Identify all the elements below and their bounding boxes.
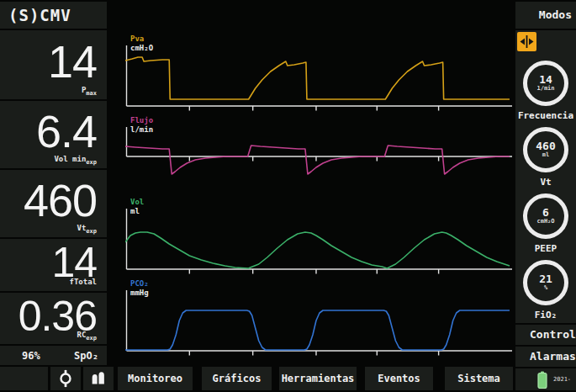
patient-button[interactable] [50,367,81,390]
spo2-label: SpO₂ [74,350,98,362]
metric-volmin-label: Vol minexp [54,155,97,166]
knob-frecuencia[interactable]: 14 1/min Frecuencia [515,61,576,121]
battery-icon [537,371,547,389]
knob-vt-label: Vt [515,177,576,188]
knob-vt-value: 460 [536,140,555,151]
co2-trace-label: PCO₂ [130,279,149,288]
metric-rcexp[interactable]: 0.36 RCexp [0,293,107,344]
patient-icon [56,368,75,389]
tab-eventos[interactable]: Eventos [365,367,433,390]
chart-flow: Flujo l/min [108,114,514,195]
setting-knobs: 14 1/min Frecuencia 460 ml Vt 6 cmH₂O PE… [515,30,576,323]
panel-collapse-button[interactable] [517,32,536,51]
knob-frecuencia-label: Frecuencia [515,110,576,121]
battery-status: 2021- [515,368,576,390]
monitoring-panel: (S)CMV 14 Pmax 6.4 Vol minexp 460 Vtexp … [0,2,107,365]
spo2-value: 96% [22,350,40,362]
metric-ftotal-label: fTotal [69,278,97,289]
knob-frecuencia-value: 14 [539,74,552,85]
battery-timestamp: 2021- [553,376,571,383]
tab-sistema[interactable]: Sistema [445,367,513,390]
volume-trace-label: Vol [130,198,144,206]
bottom-bar-spacer [0,367,48,390]
knob-fio2-ring: 21 % [523,260,568,305]
pressure-waveform [125,44,514,113]
settings-panel: Modos 14 1/min Frecuencia 460 ml Vt 6 [515,2,576,390]
knob-fio2-value: 21 [539,273,552,284]
spo2-tile[interactable]: 96% SpO₂ [0,346,107,365]
flow-trace-label: Flujo [130,116,153,124]
metric-vtexp[interactable]: 460 Vtexp [0,170,107,237]
metric-vtexp-value: 460 [24,174,97,226]
metric-volmin-value: 6.4 [36,105,97,157]
ventilator-screen: (S)CMV 14 Pmax 6.4 Vol minexp 460 Vtexp … [0,0,576,392]
metric-volmin[interactable]: 6.4 Vol minexp [0,101,107,168]
ventilation-mode[interactable]: (S)CMV [0,2,107,29]
metric-vtexp-label: Vtexp [77,224,98,235]
knob-peep-ring: 6 cmH₂O [523,193,568,239]
waveform-area: Pva cmH₂O Flujo l/min Vol ml PCO₂ mmHg [108,0,514,363]
pressure-trace-label: Pva [130,34,144,43]
knob-fio2-unit: % [544,284,547,292]
knob-vt[interactable]: 460 ml Vt [515,127,576,188]
metric-ftotal[interactable]: 14 fTotal [0,239,107,291]
tab-herramientas[interactable]: Herramientas [279,367,357,390]
tab-graficos[interactable]: Gráficos [202,367,272,390]
co2-waveform [125,289,514,358]
panel-collapse-icon [517,32,536,51]
metric-rcexp-label: RCexp [77,331,98,342]
alarms-button[interactable]: Alarmas [515,347,576,367]
volume-waveform [125,207,514,276]
chart-pressure: Pva cmH₂O [108,32,514,114]
knob-vt-ring: 460 ml [523,127,568,172]
lungs-button[interactable] [83,367,114,390]
chart-volume: Vol ml [108,195,514,277]
knob-frecuencia-unit: 1/min [536,85,554,93]
knob-frecuencia-ring: 14 1/min [523,61,568,106]
metric-pmax-label: Pmax [82,86,97,97]
knob-peep-value: 6 [542,207,549,218]
knob-peep-label: PEEP [515,243,576,254]
knob-fio2-label: FiO₂ [515,310,576,320]
metric-pmax-value: 14 [48,35,97,87]
knob-peep-unit: cmH₂O [536,218,554,225]
tab-monitoreo[interactable]: Monitoreo [118,367,193,390]
knob-fio2[interactable]: 21 % FiO₂ [515,260,576,320]
flow-waveform [125,125,514,194]
bottom-bar: Monitoreo Gráficos Herramientas Eventos … [0,367,513,390]
metric-pmax[interactable]: 14 Pmax [0,30,107,99]
lungs-icon [89,369,108,388]
modes-button[interactable]: Modos [515,2,576,29]
knob-vt-unit: ml [542,151,549,159]
controls-button[interactable]: Controles [515,325,576,345]
chart-co2: PCO₂ mmHg [108,277,514,358]
knob-peep[interactable]: 6 cmH₂O PEEP [515,193,576,254]
